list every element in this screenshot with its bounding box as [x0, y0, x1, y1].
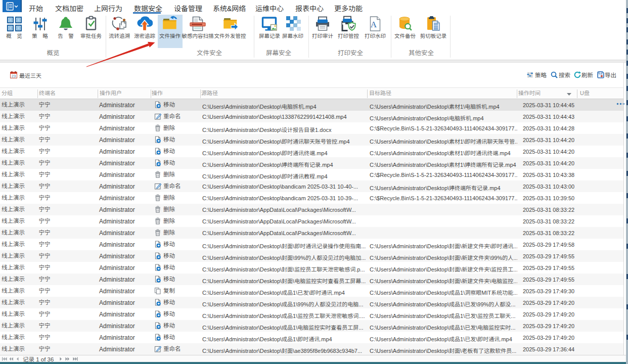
svg-text:23: 23: [12, 74, 16, 78]
svg-text:A: A: [371, 20, 377, 29]
